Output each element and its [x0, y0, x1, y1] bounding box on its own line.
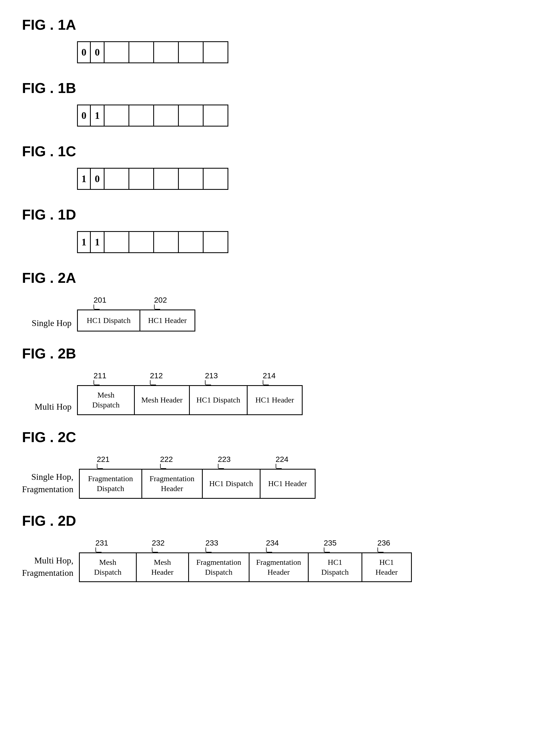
ref-211: 211 — [94, 371, 106, 380]
fig2d-label: FIG . 2D — [22, 513, 534, 529]
ref-232: 232 — [152, 539, 165, 547]
fig1d-section: FIG . 1D 1 1 — [22, 206, 534, 253]
fig1a-section: FIG . 1A 0 0 — [22, 16, 534, 63]
fig2d-section: FIG . 2D Multi Hop,Fragmentation 231 232 — [22, 513, 534, 582]
cell-1: 1 — [91, 231, 105, 253]
packet-mesh-dispatch-2b: Mesh Dispatch — [77, 385, 135, 415]
packet-hc1-header-2b: HC1 Header — [248, 385, 303, 415]
ref-202: 202 — [154, 296, 167, 305]
cell-1: 1 — [91, 105, 105, 127]
ref-231: 231 — [96, 539, 108, 547]
cell-3 — [129, 41, 154, 63]
ref-234: 234 — [266, 539, 279, 547]
cell-6 — [204, 105, 228, 127]
cell-0: 0 — [77, 41, 91, 63]
cell-1: 0 — [91, 41, 105, 63]
fig1b-section: FIG . 1B 0 1 — [22, 80, 534, 127]
packet-mesh-header-2d: Mesh Header — [137, 552, 189, 582]
ref-224: 224 — [276, 455, 288, 464]
ref-213: 213 — [205, 371, 218, 380]
packet-hc1-dispatch-2a: HC1 Dispatch — [77, 309, 140, 332]
cell-4 — [154, 105, 179, 127]
fig2c-section: FIG . 2C Single Hop,Fragmentation 221 22… — [22, 429, 534, 499]
cell-1: 0 — [91, 168, 105, 190]
packet-frag-dispatch-2d: FragmentationDispatch — [189, 552, 249, 582]
fig2b-section: FIG . 2B Multi Hop 211 212 — [22, 345, 534, 415]
cell-5 — [179, 105, 204, 127]
fig2c-row-label: Single Hop,Fragmentation — [22, 471, 79, 499]
fig1c-section: FIG . 1C 1 0 — [22, 143, 534, 190]
fig2a-row-label: Single Hop — [22, 318, 77, 332]
cell-0: 1 — [77, 231, 91, 253]
cell-0: 1 — [77, 168, 91, 190]
packet-frag-dispatch-2c: FragmentationDispatch — [79, 469, 142, 499]
cell-2 — [105, 41, 129, 63]
fig1b-label: FIG . 1B — [22, 80, 534, 96]
fig2a-section: FIG . 2A Single Hop 201 202 — [22, 270, 534, 332]
cell-5 — [179, 168, 204, 190]
cell-2 — [105, 231, 129, 253]
cell-5 — [179, 231, 204, 253]
ref-222: 222 — [160, 455, 173, 464]
ref-214: 214 — [263, 371, 276, 380]
cell-6 — [204, 231, 228, 253]
cell-2 — [105, 168, 129, 190]
cell-3 — [129, 231, 154, 253]
fig2b-label: FIG . 2B — [22, 345, 534, 362]
cell-6 — [204, 168, 228, 190]
fig2d-row-label: Multi Hop,Fragmentation — [22, 554, 79, 582]
fig2c-label: FIG . 2C — [22, 429, 534, 445]
ref-223: 223 — [218, 455, 231, 464]
fig1c-label: FIG . 1C — [22, 143, 534, 160]
ref-235: 235 — [324, 539, 337, 547]
packet-hc1-header-2d: HC1 Header — [362, 552, 412, 582]
cell-4 — [154, 168, 179, 190]
fig1c-diagram: 1 0 — [77, 168, 534, 190]
packet-frag-header-2c: FragmentationHeader — [142, 469, 203, 499]
cell-4 — [154, 231, 179, 253]
packet-mesh-dispatch-2d: Mesh Dispatch — [79, 552, 137, 582]
ref-221: 221 — [97, 455, 110, 464]
packet-hc1-dispatch-2d: HC1 Dispatch — [309, 552, 362, 582]
cell-0: 0 — [77, 105, 91, 127]
ref-201: 201 — [94, 296, 106, 305]
packet-mesh-header-2b: Mesh Header — [135, 385, 190, 415]
fig1a-diagram: 0 0 — [77, 41, 534, 63]
cell-2 — [105, 105, 129, 127]
fig1a-label: FIG . 1A — [22, 16, 534, 33]
fig2a-label: FIG . 2A — [22, 270, 534, 286]
cell-5 — [179, 41, 204, 63]
cell-4 — [154, 41, 179, 63]
fig1b-diagram: 0 1 — [77, 105, 534, 127]
packet-hc1-header-2a: HC1 Header — [140, 309, 195, 332]
packet-frag-header-2d: FragmentationHeader — [249, 552, 309, 582]
cell-3 — [129, 105, 154, 127]
ref-233: 233 — [206, 539, 218, 547]
fig1d-diagram: 1 1 — [77, 231, 534, 253]
packet-hc1-dispatch-2c: HC1 Dispatch — [203, 469, 260, 499]
fig1d-label: FIG . 1D — [22, 206, 534, 223]
ref-212: 212 — [150, 371, 163, 380]
packet-hc1-dispatch-2b: HC1 Dispatch — [190, 385, 248, 415]
cell-6 — [204, 41, 228, 63]
packet-hc1-header-2c: HC1 Header — [260, 469, 316, 499]
fig2b-row-label: Multi Hop — [22, 402, 77, 415]
ref-236: 236 — [377, 539, 390, 547]
cell-3 — [129, 168, 154, 190]
